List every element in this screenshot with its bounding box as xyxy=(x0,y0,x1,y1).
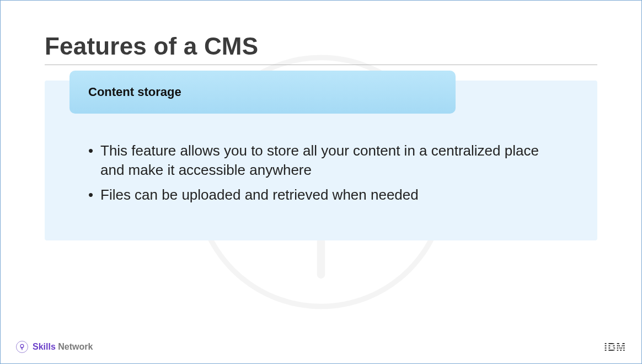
feature-panel: This feature allows you to store all you… xyxy=(45,81,597,240)
svg-point-2 xyxy=(20,344,24,347)
list-item: This feature allows you to store all you… xyxy=(86,141,564,180)
ibm-logo: IBM xyxy=(604,341,626,354)
slide-title: Features of a CMS xyxy=(45,33,597,65)
feature-header: Content storage xyxy=(69,71,456,114)
slide-footer: Skills Network IBM xyxy=(1,336,641,363)
brand-word-network: Network xyxy=(58,342,93,351)
list-item: Files can be uploaded and retrieved when… xyxy=(86,185,564,205)
slide-content: Features of a CMS This feature allows yo… xyxy=(1,1,641,363)
brand-word-skills: Skills xyxy=(33,342,56,351)
bullet-list: This feature allows you to store all you… xyxy=(86,141,564,205)
tree-icon xyxy=(16,341,28,353)
skills-network-brand: Skills Network xyxy=(16,341,93,353)
